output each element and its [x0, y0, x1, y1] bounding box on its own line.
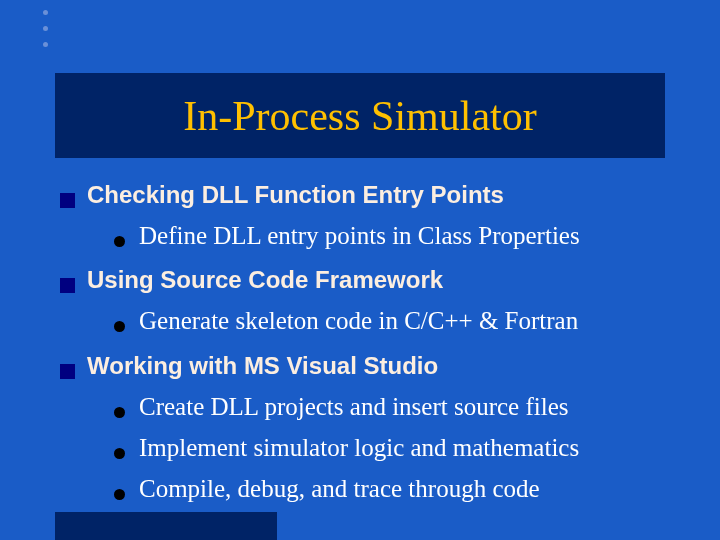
bullet-text: Compile, debug, and trace through code	[139, 473, 540, 504]
slide-title: In-Process Simulator	[183, 92, 536, 140]
round-bullet-icon	[114, 407, 125, 418]
bullet-text: Using Source Code Framework	[87, 265, 443, 295]
bullet-level1: Checking DLL Function Entry Points	[60, 180, 680, 210]
round-bullet-icon	[114, 489, 125, 500]
bullet-level2: Generate skeleton code in C/C++ & Fortra…	[114, 305, 680, 336]
bullet-level1: Working with MS Visual Studio	[60, 351, 680, 381]
slide-body: Checking DLL Function Entry Points Defin…	[60, 180, 680, 504]
bullet-level2: Define DLL entry points in Class Propert…	[114, 220, 680, 251]
dot-icon	[43, 10, 48, 15]
dot-icon	[43, 42, 48, 47]
square-bullet-icon	[60, 278, 75, 293]
bullet-text: Create DLL projects and insert source fi…	[139, 391, 568, 422]
bullet-text: Generate skeleton code in C/C++ & Fortra…	[139, 305, 578, 336]
bullet-level2: Create DLL projects and insert source fi…	[114, 391, 680, 422]
bullet-text: Working with MS Visual Studio	[87, 351, 438, 381]
decoration-dots	[43, 10, 48, 47]
square-bullet-icon	[60, 364, 75, 379]
bullet-text: Implement simulator logic and mathematic…	[139, 432, 579, 463]
bullet-level2: Implement simulator logic and mathematic…	[114, 432, 680, 463]
bullet-level1: Using Source Code Framework	[60, 265, 680, 295]
title-bar: In-Process Simulator	[55, 73, 665, 158]
bullet-text: Checking DLL Function Entry Points	[87, 180, 504, 210]
round-bullet-icon	[114, 448, 125, 459]
bullet-text: Define DLL entry points in Class Propert…	[139, 220, 580, 251]
bullet-level2: Compile, debug, and trace through code	[114, 473, 680, 504]
footer-decoration	[55, 512, 277, 540]
round-bullet-icon	[114, 321, 125, 332]
square-bullet-icon	[60, 193, 75, 208]
round-bullet-icon	[114, 236, 125, 247]
dot-icon	[43, 26, 48, 31]
